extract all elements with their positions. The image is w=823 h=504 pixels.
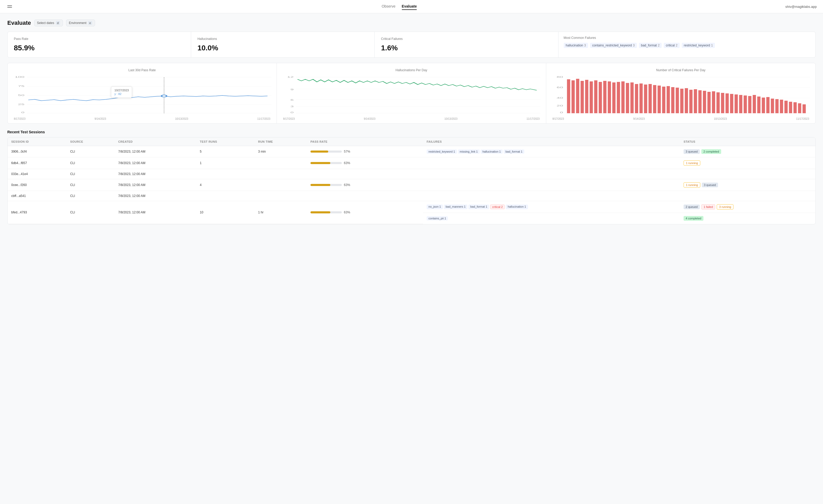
svg-rect-40: [603, 81, 606, 113]
bar-fill: [310, 151, 328, 153]
svg-rect-79: [780, 100, 783, 113]
col-source: Source: [66, 138, 115, 146]
svg-rect-60: [694, 89, 697, 113]
failure-tags: hallucination 3contains_restricted_keywo…: [564, 43, 810, 48]
svg-text:0: 0: [290, 111, 294, 114]
svg-rect-44: [621, 81, 624, 113]
svg-rect-73: [753, 95, 756, 113]
table-row[interactable]: 033e...41e4 CLI 7/8/2023, 12:00 AM: [8, 169, 815, 179]
svg-rect-41: [608, 81, 611, 113]
svg-rect-84: [802, 104, 806, 113]
page-content: Evaluate Select dates d Environment e Pa…: [0, 13, 823, 231]
svg-rect-80: [784, 101, 788, 113]
svg-rect-68: [730, 94, 733, 113]
session-id: 3906...0cf4: [8, 146, 66, 157]
nav-evaluate[interactable]: Evaluate: [402, 3, 417, 10]
most-common-failures-card: Most Common Failures hallucination 3cont…: [558, 32, 815, 57]
nav-observe[interactable]: Observe: [382, 3, 395, 10]
created: 7/8/2023, 12:00 AM: [115, 169, 196, 179]
svg-rect-55: [671, 87, 674, 113]
test-runs: 4: [196, 179, 254, 191]
select-dates-filter[interactable]: Select dates d: [34, 20, 63, 26]
header-left: [6, 4, 13, 9]
environment-badge: e: [88, 21, 92, 25]
svg-rect-74: [757, 96, 760, 113]
status-cell: [680, 191, 815, 201]
svg-rect-36: [585, 80, 588, 113]
svg-point-11: [161, 95, 167, 97]
pass-rate-bar: 57%: [310, 150, 419, 154]
pass-rate-chart-area: 100 75 50 25 0: [13, 75, 271, 116]
run-time: 1 hr: [255, 201, 307, 224]
session-id: cbff...a541: [8, 191, 66, 201]
main-nav: Observe Evaluate: [382, 3, 417, 10]
failure-tag: critical 2: [664, 43, 680, 48]
source: CLI: [66, 169, 115, 179]
pass-rate-card: Pass Rate 85.9%: [8, 32, 191, 57]
svg-rect-33: [571, 80, 574, 113]
pass-rate-chart-svg: 100 75 50 25 0: [13, 75, 271, 116]
status-cell: 2 queued1 failed3 running: [680, 201, 815, 213]
table-row[interactable]: bfed...4793 CLI 7/8/2023, 12:00 AM 10 1 …: [8, 201, 815, 213]
svg-rect-49: [644, 84, 647, 113]
col-pass-rate: Pass Rate: [307, 138, 423, 146]
table-row[interactable]: 0cee...f260 CLI 7/8/2023, 12:00 AM 4 63%…: [8, 179, 815, 191]
svg-text:6: 6: [290, 98, 294, 101]
svg-rect-54: [667, 86, 670, 113]
table-header-row: Session ID Source Created Test Runs Run …: [8, 138, 815, 146]
svg-rect-53: [662, 86, 665, 113]
svg-rect-65: [716, 92, 719, 113]
svg-text:20: 20: [556, 104, 563, 107]
created: 7/8/2023, 12:00 AM: [115, 157, 196, 169]
col-session-id: Session ID: [8, 138, 66, 146]
table-row[interactable]: 3906...0cf4 CLI 7/8/2023, 12:00 AM 5 3 m…: [8, 146, 815, 157]
pass-rate-chart-title: Last 30d Pass Rate: [13, 68, 271, 72]
svg-rect-35: [581, 81, 584, 113]
critical-failures-card: Critical Failures 1.6%: [375, 32, 558, 57]
svg-rect-72: [748, 96, 751, 113]
select-dates-badge: d: [56, 21, 60, 25]
table-row[interactable]: cbff...a541 CLI 7/8/2023, 12:00 AM: [8, 191, 815, 201]
environment-label: Environment: [69, 21, 87, 25]
table-row[interactable]: 6db4...f857 CLI 7/8/2023, 12:00 AM 1 63%…: [8, 157, 815, 169]
hallucinations-chart-svg: 12 9 6 3 0: [282, 75, 540, 116]
status-cell-2: 4 completed: [680, 213, 815, 224]
test-runs: [196, 169, 254, 179]
failure-badge: contains_pii 1: [427, 216, 448, 220]
failure-badge: critical 2: [490, 205, 505, 209]
svg-rect-78: [775, 99, 778, 113]
status-cell: 1 running: [680, 157, 815, 169]
failure-badge: restricted_keyword 1: [427, 150, 457, 154]
hamburger-menu[interactable]: [6, 4, 13, 9]
failure-badge: bad_format 1: [468, 205, 489, 209]
created: 7/8/2023, 12:00 AM: [115, 179, 196, 191]
environment-filter[interactable]: Environment e: [66, 20, 95, 26]
run-time: [255, 179, 307, 191]
user-menu[interactable]: shiv@magiklabs.app: [785, 5, 817, 9]
status-badge: 1 running: [684, 161, 700, 166]
failures-cell-2: contains_pii 1: [423, 213, 680, 224]
pass-rate-cell: 63%: [307, 157, 423, 169]
bar-fill: [310, 184, 330, 186]
source: CLI: [66, 191, 115, 201]
test-runs: 10: [196, 201, 254, 224]
critical-failures-chart-card: Number of Critical Failures Per Day 80 6…: [546, 63, 815, 123]
status-cell: 3 queued2 completed: [680, 146, 815, 157]
svg-text:0: 0: [21, 111, 24, 114]
status-badge: 1 running: [684, 182, 700, 188]
pass-rate-label: Pass Rate: [14, 37, 185, 41]
pass-rate-cell: [307, 169, 423, 179]
svg-rect-57: [680, 89, 683, 113]
test-runs: [196, 191, 254, 201]
pass-rate-cell: 63%: [307, 179, 423, 191]
status-badge: 3 queued: [684, 149, 700, 154]
svg-text:40: 40: [556, 96, 563, 99]
pass-rate-cell: 57%: [307, 146, 423, 157]
session-id: 6db4...f857: [8, 157, 66, 169]
hallucinations-chart-title: Hallucinations Per Day: [282, 68, 540, 72]
svg-rect-52: [657, 85, 661, 113]
svg-rect-69: [734, 94, 737, 113]
pass-rate-chart-card: Last 30d Pass Rate 100 75 50 25 0: [8, 63, 277, 123]
pct-label: 57%: [344, 150, 352, 154]
source: CLI: [66, 201, 115, 224]
